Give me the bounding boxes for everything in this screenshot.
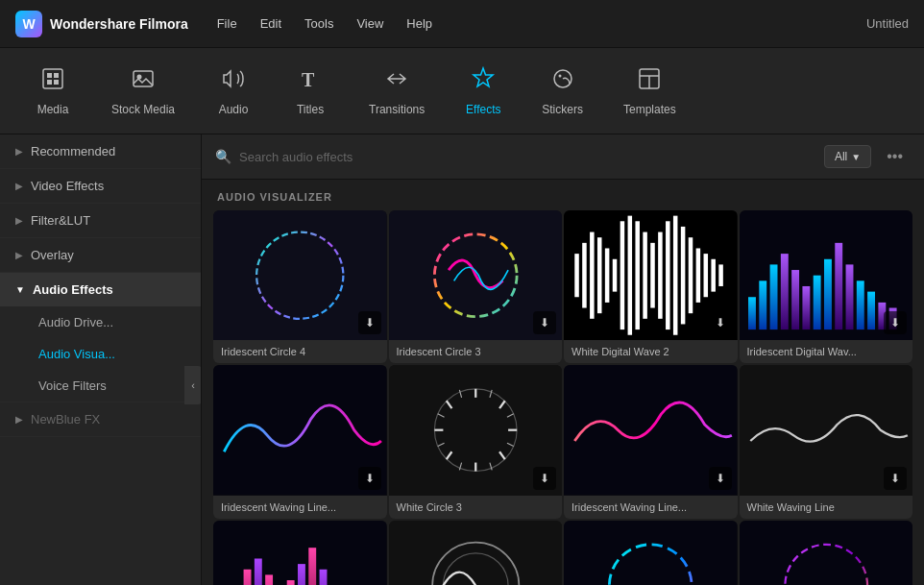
download-icon-6[interactable]: ⬇ — [533, 467, 556, 490]
sidebar-item-recommended[interactable]: ▶ Recommended — [0, 134, 201, 168]
effects-grid: ⬇ Iridescent Circle 4 ⬇ Iridescent Cir — [202, 210, 924, 585]
toolbar-transitions[interactable]: Transitions — [353, 59, 440, 124]
sidebar-label-filter-lut: Filter&LUT — [31, 213, 90, 228]
content-area: 🔍 All ▼ ••• AUDIO VISUALIZER ⬇ — [202, 134, 924, 585]
svg-rect-22 — [597, 237, 602, 313]
svg-rect-2 — [54, 73, 59, 78]
toolbar-audio[interactable]: Audio — [200, 59, 267, 124]
grid-item-white-circle-3[interactable]: ⬇ White Circle 3 — [389, 365, 563, 518]
svg-rect-79 — [255, 558, 262, 585]
thumb-iridescent-digital-wav-2: ⬇ — [213, 521, 387, 585]
sidebar-section-overlay: ▶ Overlay — [0, 238, 201, 273]
sidebar-collapse-btn[interactable]: ‹ — [184, 366, 202, 404]
item-label-1: Iridescent Circle 4 — [213, 340, 387, 363]
app-logo: W Wondershare Filmora — [15, 11, 188, 37]
stickers-icon — [550, 66, 575, 97]
grid-item-iridescent-circle-3[interactable]: ⬇ Iridescent Circle 3 — [389, 210, 563, 363]
toolbar-templates[interactable]: Templates — [608, 59, 692, 124]
search-bar: 🔍 All ▼ ••• — [202, 134, 924, 180]
search-input[interactable] — [239, 150, 816, 164]
sidebar-sub-audio-visualizer[interactable]: Audio Visua... — [0, 338, 201, 370]
svg-rect-35 — [696, 248, 701, 302]
svg-rect-33 — [681, 227, 686, 325]
toolbar-media[interactable]: Media — [19, 59, 86, 124]
item-label-3: White Digital Wave 2 — [564, 340, 738, 363]
grid-item-iridescent-circle-2[interactable]: ⬇ Iridescent Circle 2 — [564, 521, 738, 585]
svg-rect-23 — [605, 248, 610, 302]
audio-icon — [221, 66, 246, 97]
main-layout: ▶ Recommended ▶ Video Effects ▶ Filter&L… — [0, 134, 924, 585]
sidebar: ▶ Recommended ▶ Video Effects ▶ Filter&L… — [0, 134, 202, 585]
menu-edit[interactable]: Edit — [260, 16, 281, 31]
stock-media-icon — [131, 66, 156, 97]
sidebar-item-newblue-fx[interactable]: ▶ NewBlue FX — [0, 402, 201, 436]
toolbar-stickers[interactable]: Stickers — [526, 59, 598, 124]
toolbar-titles[interactable]: T Titles — [277, 59, 344, 124]
sidebar-item-video-effects[interactable]: ▶ Video Effects — [0, 169, 201, 203]
menu-help[interactable]: Help — [406, 16, 432, 31]
menu-bar: File Edit Tools View Help — [217, 16, 866, 31]
toolbar-effects[interactable]: Effects — [450, 59, 517, 124]
download-icon-3[interactable]: ⬇ — [709, 311, 732, 334]
grid-item-iridescent-digital-wav-2[interactable]: ⬇ Iridescent Digital Wav... — [213, 521, 387, 585]
svg-rect-82 — [287, 580, 295, 585]
svg-rect-48 — [835, 243, 842, 329]
grid-item-iridescent-waving-line[interactable]: ⬇ Iridescent Waving Line... — [213, 365, 387, 518]
thumb-iridescent-circle-5: ⬇ — [740, 521, 913, 585]
grid-item-iridescent-waving-line-2[interactable]: ⬇ Iridescent Waving Line... — [564, 365, 738, 518]
download-icon-8[interactable]: ⬇ — [884, 467, 907, 490]
sidebar-section-newblue-fx: ▶ NewBlue FX — [0, 402, 201, 437]
filter-label: All — [835, 150, 847, 163]
chevron-right-icon-4: ▶ — [15, 250, 23, 260]
search-more-btn[interactable]: ••• — [879, 144, 911, 169]
svg-rect-36 — [704, 254, 709, 297]
download-icon-7[interactable]: ⬇ — [709, 467, 732, 490]
svg-rect-78 — [244, 570, 252, 585]
download-icon-5[interactable]: ⬇ — [358, 467, 381, 490]
menu-view[interactable]: View — [356, 16, 383, 31]
grid-item-iridescent-circle-4[interactable]: ⬇ Iridescent Circle 4 — [213, 210, 387, 363]
svg-rect-50 — [856, 280, 863, 329]
svg-rect-38 — [718, 264, 723, 286]
download-icon-1[interactable]: ⬇ — [358, 311, 381, 334]
svg-rect-29 — [650, 243, 655, 308]
svg-rect-46 — [813, 276, 820, 329]
download-icon-4[interactable]: ⬇ — [884, 311, 907, 334]
sidebar-item-overlay[interactable]: ▶ Overlay — [0, 238, 201, 272]
logo-icon: W — [15, 11, 42, 37]
sidebar-sub-voice-filters[interactable]: Voice Filters — [0, 370, 201, 402]
grid-item-white-waving-line[interactable]: ⬇ White Waving Line — [740, 365, 913, 518]
grid-item-iridescent-digital-wave[interactable]: ⬇ Iridescent Digital Wav... — [740, 210, 913, 363]
svg-rect-40 — [748, 297, 756, 329]
effects-icon — [471, 66, 496, 97]
menu-tools[interactable]: Tools — [304, 16, 333, 31]
sidebar-item-audio-effects[interactable]: ▼ Audio Effects — [0, 273, 201, 306]
transitions-icon — [384, 66, 409, 97]
svg-rect-21 — [590, 232, 595, 319]
svg-text:T: T — [302, 69, 315, 90]
download-icon-2[interactable]: ⬇ — [533, 311, 556, 334]
sidebar-label-video-effects: Video Effects — [31, 179, 104, 193]
svg-rect-47 — [823, 259, 831, 329]
grid-item-iridescent-circle-5[interactable]: ⬇ Iridescent Circle 5 — [740, 521, 913, 585]
search-filter-dropdown[interactable]: All ▼ — [824, 145, 871, 168]
menu-file[interactable]: File — [217, 16, 237, 31]
templates-label: Templates — [623, 103, 676, 116]
svg-rect-24 — [613, 259, 618, 292]
sidebar-label-recommended: Recommended — [31, 144, 115, 158]
thumb-white-waving-line: ⬇ — [740, 365, 913, 495]
grid-item-white-digital-wave-2[interactable]: ⬇ White Digital Wave 2 — [564, 210, 738, 363]
toolbar-stock-media[interactable]: Stock Media — [96, 59, 190, 124]
item-label-4: Iridescent Digital Wav... — [740, 340, 913, 363]
svg-rect-25 — [620, 221, 625, 329]
sidebar-item-filter-lut[interactable]: ▶ Filter&LUT — [0, 204, 201, 237]
item-label-7: Iridescent Waving Line... — [564, 496, 738, 519]
app-name: Wondershare Filmora — [50, 16, 188, 32]
svg-rect-31 — [666, 221, 670, 329]
sidebar-section-filter-lut: ▶ Filter&LUT — [0, 204, 201, 238]
svg-rect-51 — [867, 292, 875, 329]
grid-item-white-circle-2[interactable]: ⬇ White Circle 2 — [389, 521, 563, 585]
chevron-right-icon: ▶ — [15, 146, 23, 157]
chevron-down-icon-filter: ▼ — [851, 152, 861, 162]
sidebar-sub-audio-driven[interactable]: Audio Drive... — [0, 306, 201, 338]
